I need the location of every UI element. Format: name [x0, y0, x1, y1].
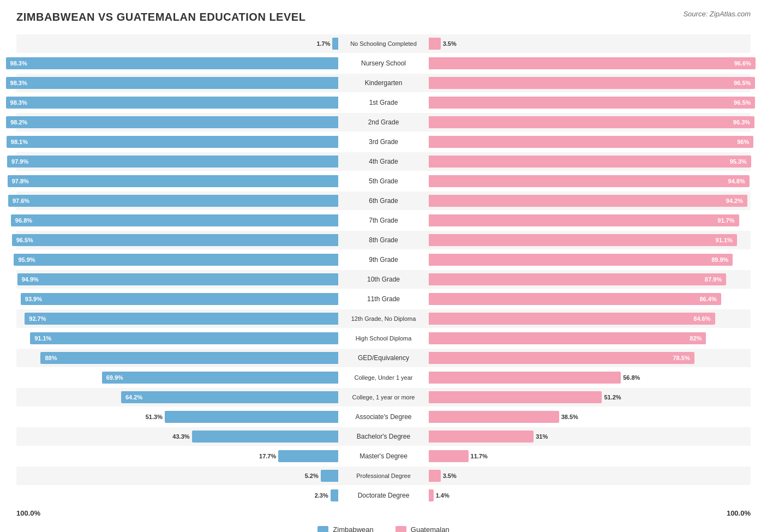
bar-label: College, 1 year or more: [338, 394, 429, 401]
left-value: 96.8%: [13, 217, 34, 224]
table-row: 96.5%8th Grade91.1%: [16, 231, 751, 249]
legend-guatemalan: Guatemalan: [396, 525, 450, 532]
table-row: 94.9%10th Grade87.9%: [16, 270, 751, 289]
axis-right-label: 100.0%: [384, 509, 751, 517]
right-value: 96%: [735, 139, 751, 145]
right-bar: 89.9%: [429, 254, 733, 266]
right-bar-section: 94.8%: [429, 172, 751, 190]
left-bar: 96.5%: [12, 234, 338, 246]
table-row: 95.9%9th Grade89.9%: [16, 250, 751, 269]
right-value: 96.3%: [731, 119, 752, 125]
right-value: 91.1%: [714, 237, 735, 243]
right-bar: 56.8%: [429, 372, 621, 384]
right-value: 51.2%: [604, 394, 621, 401]
left-bar: 98.1%: [7, 136, 338, 148]
right-value: 31%: [536, 433, 548, 440]
table-row: 1.7%No Schooling Completed3.5%: [16, 34, 751, 53]
left-bar-section: 98.1%: [16, 133, 338, 151]
right-bar-section: 86.4%: [429, 290, 751, 308]
left-value: 64.2%: [123, 394, 145, 401]
left-bar-section: 93.9%: [16, 290, 338, 308]
left-bar: 88%: [40, 352, 338, 364]
right-bar: 96.5%: [429, 77, 755, 89]
left-value: 98.3%: [8, 60, 29, 67]
right-bar-section: 89.9%: [429, 250, 751, 269]
left-bar-section: 69.9%: [16, 368, 338, 387]
left-bar: 98.3%: [6, 97, 338, 109]
chart-area: 1.7%No Schooling Completed3.5%98.3%Nurse…: [16, 34, 751, 505]
bar-label: 4th Grade: [338, 158, 429, 165]
left-bar: 93.9%: [21, 293, 338, 305]
right-value: 3.5%: [443, 473, 457, 479]
right-value: 86.4%: [697, 296, 718, 302]
right-bar-section: 91.7%: [429, 211, 751, 230]
right-value: 96.6%: [732, 60, 753, 67]
left-bar-section: 98.3%: [16, 93, 338, 112]
right-bar-section: 84.6%: [429, 309, 751, 328]
table-row: 43.3%Bachelor's Degree31%: [16, 427, 751, 446]
left-bar: 64.2%: [121, 391, 338, 403]
left-bar-section: 96.5%: [16, 231, 338, 249]
right-bar: 94.2%: [429, 195, 747, 207]
right-bar: 94.8%: [429, 175, 750, 187]
table-row: 97.9%4th Grade95.3%: [16, 152, 751, 171]
right-bar: 1.4%: [429, 489, 434, 501]
right-bar-section: 96.6%: [429, 54, 751, 73]
bar-label: 3rd Grade: [338, 138, 429, 146]
left-value: 96.5%: [14, 237, 35, 243]
left-bar-section: 96.8%: [16, 211, 338, 230]
left-value: 98.3%: [8, 80, 29, 86]
left-bar: 92.7%: [25, 313, 338, 325]
right-value: 38.5%: [561, 414, 578, 420]
axis-labels: 100.0% 100.0%: [16, 509, 751, 517]
left-bar-section: 43.3%: [16, 427, 338, 446]
right-bar: 96.5%: [429, 97, 755, 109]
left-bar-section: 2.3%: [16, 486, 338, 505]
left-bar: 5.2%: [321, 470, 338, 482]
right-bar: 78.5%: [429, 352, 694, 364]
table-row: 97.6%6th Grade94.2%: [16, 192, 751, 210]
left-value: 98.3%: [8, 99, 29, 106]
right-value: 3.5%: [443, 40, 457, 47]
bar-label: 10th Grade: [338, 276, 429, 283]
right-value: 56.8%: [623, 374, 640, 381]
right-value: 11.7%: [471, 453, 488, 459]
bar-label: 1st Grade: [338, 99, 429, 106]
table-row: 93.9%11th Grade86.4%: [16, 290, 751, 308]
table-row: 96.8%7th Grade91.7%: [16, 211, 751, 230]
left-bar: 98.3%: [6, 77, 338, 89]
bar-label: 7th Grade: [338, 217, 429, 224]
right-value: 78.5%: [670, 355, 692, 361]
bar-label: Kindergarten: [338, 79, 429, 87]
right-value: 89.9%: [709, 256, 730, 263]
right-value: 82%: [687, 335, 704, 342]
left-bar-section: 64.2%: [16, 388, 338, 407]
bar-label: 6th Grade: [338, 197, 429, 205]
left-bar: 94.9%: [17, 273, 338, 285]
bar-label: 11th Grade: [338, 295, 429, 303]
left-value: 97.6%: [10, 198, 32, 204]
left-bar: 69.9%: [102, 372, 338, 384]
left-bar-section: 1.7%: [16, 34, 338, 53]
left-value: 1.7%: [316, 40, 330, 47]
left-bar-section: 5.2%: [16, 467, 338, 485]
left-bar-section: 91.1%: [16, 329, 338, 348]
bar-label: Nursery School: [338, 59, 429, 67]
right-value: 91.7%: [715, 217, 736, 224]
right-bar: 95.3%: [429, 156, 751, 168]
bar-label: Professional Degree: [338, 473, 429, 479]
bar-label: 9th Grade: [338, 256, 429, 264]
left-bar: 97.9%: [7, 156, 338, 168]
left-value: 98.2%: [8, 119, 29, 125]
table-row: 97.8%5th Grade94.8%: [16, 172, 751, 190]
left-bar: 43.3%: [192, 431, 338, 443]
right-bar-section: 94.2%: [429, 192, 751, 210]
table-row: 98.2%2nd Grade96.3%: [16, 113, 751, 131]
right-bar-section: 96.5%: [429, 74, 751, 92]
right-bar-section: 38.5%: [429, 408, 751, 426]
left-value: 91.1%: [32, 335, 53, 342]
left-value: 95.9%: [16, 256, 37, 263]
table-row: 64.2%College, 1 year or more51.2%: [16, 388, 751, 407]
right-bar: 11.7%: [429, 450, 469, 462]
right-value: 94.2%: [724, 198, 745, 204]
